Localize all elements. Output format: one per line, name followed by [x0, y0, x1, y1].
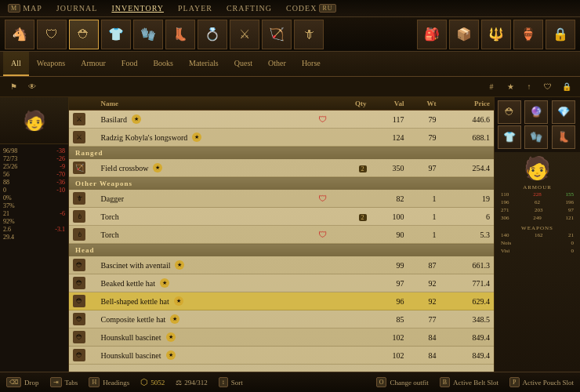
equip-icon-5[interactable]: 👢 [165, 20, 195, 49]
item-qty [339, 347, 371, 365]
table-row-selected[interactable]: ⛑ Bell-shaped kettle hat ★ 96 92 629.4 [69, 292, 494, 310]
equip-icon-12[interactable]: 🔱 [481, 20, 511, 49]
change-outfit-button[interactable]: O Change outfit [376, 377, 429, 387]
cat-tab-other[interactable]: Other [260, 52, 294, 76]
char-portrait: 🧑 [0, 97, 68, 144]
equip-icon-4[interactable]: 🧤 [133, 20, 163, 49]
filter-icon-arrow[interactable]: ↑ [522, 80, 536, 94]
item-icon: 🕯 [73, 228, 85, 241]
filter-row: ⚑ 👁 # ★ ↑ 🛡 🔒 [0, 77, 580, 97]
equip-icon-3[interactable]: 👕 [101, 20, 131, 49]
equip-icon-1[interactable]: 🛡 [37, 20, 67, 49]
table-row[interactable]: ⛑ Bascinet with aventail ★ 99 87 661.3 [69, 256, 494, 274]
cat-tab-food[interactable]: Food [114, 52, 146, 76]
nav-journal[interactable]: JOURNAL [56, 4, 98, 13]
nav-map[interactable]: M MAP [8, 4, 42, 13]
stat-s12: 29.4 [3, 234, 65, 241]
item-icon: ⛑ [73, 277, 85, 289]
cat-tab-armour[interactable]: Armour [73, 52, 114, 76]
armor-label: ARMOUR [523, 184, 552, 191]
equip-icon-14[interactable]: 🔒 [546, 20, 575, 49]
equip-icon-9[interactable]: 🗡 [294, 20, 324, 49]
table-row[interactable]: 🏹 Field crossbow ★ 2 350 97 254.4 [69, 159, 494, 177]
equip-icon-8[interactable]: 🏹 [262, 20, 292, 49]
table-row[interactable]: ⚔ Radzig Kobyla's longsword ★ 124 79 688… [69, 129, 494, 147]
category-tabs: All Weapons Armour Food Books Materials … [0, 52, 580, 77]
equip-icon-13[interactable]: 🏺 [513, 20, 543, 49]
quality-badge: ★ [174, 296, 183, 306]
section-header-ranged: Ranged [69, 147, 494, 160]
table-row[interactable]: ⛑ Hounskull bascinet ★ 102 84 849.4 [69, 328, 494, 347]
tabs-button[interactable]: ⇥ Tabs [50, 377, 78, 387]
cat-tab-quest[interactable]: Quest [227, 52, 260, 76]
table-row[interactable]: ⛑ Beaked kettle hat ★ 97 92 771.4 [69, 274, 494, 292]
table-row[interactable]: 🗡 Dagger 🛡 82 1 19 [69, 190, 494, 208]
item-price: 629.4 [440, 292, 495, 310]
equip-slot-2[interactable]: 💎 [552, 100, 575, 124]
item-icon: ⚔ [73, 113, 85, 125]
headings-key-icon: H [89, 377, 100, 387]
stat-s7: 0% [3, 194, 65, 201]
equip-slot-5[interactable]: 👢 [552, 125, 575, 149]
stat-s8: 37% [3, 202, 65, 209]
item-icon: ⛑ [73, 331, 85, 343]
filter-icon-lock[interactable]: 🔒 [560, 80, 574, 94]
filter-icon-grid[interactable]: # [484, 80, 498, 94]
nav-codex[interactable]: CODEX Ru [286, 4, 336, 13]
equip-icon-6[interactable]: 💍 [198, 20, 227, 49]
stat-hp: 96/98 -38 [3, 147, 65, 154]
filter-icon-flag[interactable]: ⚑ [6, 80, 20, 94]
headings-button[interactable]: H Headings [89, 377, 129, 387]
sort-button[interactable]: ↕ Sort [219, 377, 243, 387]
active-pouch-slot-button[interactable]: P Active Pouch Slot [509, 377, 574, 387]
item-price: 446.6 [440, 111, 495, 129]
item-table: Name Qty Val Wt Price ⚔ Basilard ★ [69, 97, 494, 365]
quality-badge: ★ [175, 260, 184, 270]
equip-icon-2[interactable]: ⛑ [69, 20, 99, 49]
equip-slot-4[interactable]: 🧤 [524, 125, 548, 149]
active-belt-slot-button[interactable]: B Active Belt Slot [440, 377, 498, 387]
filter-icon-shield[interactable]: 🛡 [541, 80, 555, 94]
cat-tab-weapons[interactable]: Weapons [29, 52, 73, 76]
equip-icon-10[interactable]: 🎒 [417, 20, 447, 49]
table-row[interactable]: ⚔ Basilard ★ 🛡 117 79 446.6 [69, 111, 494, 129]
quality-badge: ★ [192, 132, 201, 142]
equip-icon-7[interactable]: ⚔ [230, 20, 259, 49]
item-wt: 84 [408, 347, 440, 365]
table-row[interactable]: ⛑ Hounskull bascinet ★ 102 84 849.4 [69, 347, 494, 365]
item-table-wrap[interactable]: Name Qty Val Wt Price ⚔ Basilard ★ [69, 97, 494, 392]
char-preview: 🧑 ARMOUR 110 228 155 196 62 196 271 203 … [495, 152, 580, 392]
item-wt: 79 [408, 111, 440, 129]
drop-button[interactable]: ⌫ Drop [6, 377, 39, 387]
left-char-panel: 🧑 96/98 -38 72/73 -26 25/26 -9 56 -70 88… [0, 97, 69, 392]
item-val: 97 [371, 274, 408, 292]
item-price: 688.1 [440, 129, 495, 147]
filter-icon-star[interactable]: ★ [503, 80, 517, 94]
table-row[interactable]: 🕯 Torch 🛡 90 1 5.3 [69, 226, 494, 244]
equip-slot-3[interactable]: 👕 [498, 125, 521, 149]
capacity-icon: ⚖ [176, 379, 182, 387]
cat-tab-materials[interactable]: Materials [181, 52, 227, 76]
tabs-key-icon: ⇥ [50, 377, 62, 387]
equip-icon-11[interactable]: 📦 [449, 20, 479, 49]
cat-tab-all[interactable]: All [3, 52, 29, 76]
cat-tab-horse[interactable]: Horse [294, 52, 328, 76]
damage-flag: 🛡 [318, 230, 327, 239]
item-icon: ⚔ [73, 131, 85, 143]
item-name-text: Beaked kettle hat [101, 279, 155, 288]
stat-s9: 21 -6 [3, 210, 65, 217]
nav-inventory[interactable]: INVENTORY [111, 4, 164, 13]
filter-icon-eye[interactable]: 👁 [25, 80, 39, 94]
nav-crafting[interactable]: CRAFTING [227, 4, 272, 13]
equip-icon-0[interactable]: 🐴 [5, 20, 34, 49]
nav-player[interactable]: PLAYER [178, 4, 212, 13]
cat-tab-books[interactable]: Books [145, 52, 181, 76]
equip-slot-1[interactable]: 🔮 [524, 100, 548, 124]
right-panel: ⛑ 🔮 💎 👕 🧤 👢 🧑 ARMOUR 110 228 155 196 62 … [494, 97, 580, 392]
item-val: 350 [371, 159, 408, 177]
item-qty [339, 310, 371, 328]
main-layout: 🧑 96/98 -38 72/73 -26 25/26 -9 56 -70 88… [0, 97, 580, 392]
table-row[interactable]: 🕯 Torch 2 100 1 6 [69, 208, 494, 226]
equip-slot-0[interactable]: ⛑ [498, 100, 521, 124]
table-row[interactable]: ⛑ Composite kettle hat ★ 85 77 348.5 [69, 310, 494, 328]
